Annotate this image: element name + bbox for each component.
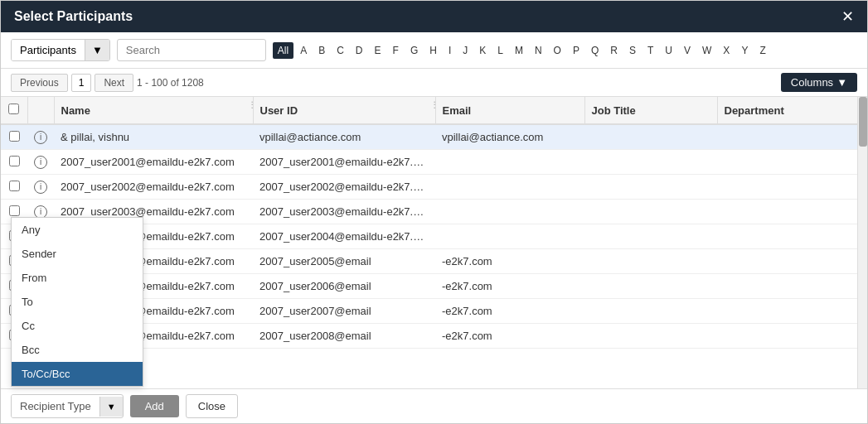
alpha-btn-h[interactable]: H	[424, 42, 442, 59]
row-department	[717, 324, 867, 349]
alpha-btn-all[interactable]: All	[273, 42, 293, 59]
row-checkbox-cell[interactable]	[1, 175, 27, 200]
alpha-btn-p[interactable]: P	[568, 42, 584, 59]
dropdown-option-from[interactable]: From	[12, 266, 143, 290]
alpha-btn-k[interactable]: K	[474, 42, 491, 59]
alpha-btn-l[interactable]: L	[492, 42, 508, 59]
toolbar: Participants ▼ AllABCDEFGHIJKLMNOPQRSTUV…	[1, 32, 867, 69]
select-all-checkbox[interactable]	[8, 104, 19, 114]
info-icon[interactable]: i	[34, 181, 47, 194]
alpha-btn-d[interactable]: D	[351, 42, 368, 59]
row-checkbox[interactable]	[9, 181, 20, 191]
previous-button[interactable]: Previous	[11, 74, 68, 92]
dropdown-option-to-cc-bcc[interactable]: To/Cc/Bcc	[12, 362, 143, 386]
table-row: i 2007_user2001@emaildu-e2k7.com 2007_us…	[1, 150, 867, 175]
row-info-cell: i	[27, 175, 54, 200]
modal-title: Select Participants	[14, 9, 133, 24]
row-email: vpillai@actiance.com	[435, 124, 584, 150]
alpha-btn-i[interactable]: I	[444, 42, 456, 59]
alpha-btn-u[interactable]: U	[660, 42, 677, 59]
row-jobtitle	[584, 274, 717, 299]
pagination-bar: Previous 1 Next 1 - 100 of 1208 Columns …	[1, 69, 867, 97]
alpha-btn-v[interactable]: V	[679, 42, 696, 59]
row-info-cell: i	[27, 150, 54, 175]
alpha-btn-y[interactable]: Y	[736, 42, 753, 59]
row-checkbox-cell[interactable]	[1, 150, 27, 175]
row-userid: 2007_user2008@email	[253, 324, 435, 349]
alpha-btn-j[interactable]: J	[458, 42, 473, 59]
alpha-btn-r[interactable]: R	[605, 42, 623, 59]
row-checkbox[interactable]	[9, 156, 20, 166]
next-button[interactable]: Next	[95, 74, 133, 92]
alpha-btn-o[interactable]: O	[549, 42, 566, 59]
row-department	[717, 175, 867, 200]
alpha-btn-w[interactable]: W	[697, 42, 716, 59]
row-jobtitle	[584, 299, 717, 324]
row-email	[435, 175, 584, 200]
row-userid: vpillai@actiance.com	[253, 124, 435, 150]
info-icon[interactable]: i	[34, 156, 47, 169]
row-department	[717, 299, 867, 324]
alpha-btn-x[interactable]: X	[718, 42, 735, 59]
dropdown-option-to[interactable]: To	[12, 290, 143, 314]
alpha-btn-n[interactable]: N	[530, 42, 547, 59]
row-checkbox-cell[interactable]	[1, 124, 27, 150]
alpha-btn-f[interactable]: F	[388, 42, 404, 59]
dropdown-option-sender[interactable]: Sender	[12, 242, 143, 266]
alpha-btn-m[interactable]: M	[510, 42, 528, 59]
modal-close-button[interactable]: ✕	[841, 9, 854, 24]
dropdown-option-any[interactable]: Any	[12, 218, 143, 242]
scrollbar[interactable]	[857, 97, 867, 388]
recipient-type-dropdown[interactable]: Recipient Type ▼	[11, 394, 124, 418]
alpha-btn-b[interactable]: B	[313, 42, 330, 59]
row-jobtitle	[584, 324, 717, 349]
participants-dropdown[interactable]: Participants ▼	[11, 39, 110, 61]
alpha-btn-z[interactable]: Z	[754, 42, 770, 59]
row-jobtitle	[584, 200, 717, 224]
alpha-btn-g[interactable]: G	[405, 42, 423, 59]
row-userid: 2007_user2001@emaildu-e2k7.com	[253, 150, 435, 175]
jobtitle-header[interactable]: Job Title	[584, 97, 717, 124]
modal-header: Select Participants ✕	[1, 1, 867, 32]
row-jobtitle	[584, 124, 717, 150]
alpha-btn-q[interactable]: Q	[586, 42, 604, 59]
row-checkbox[interactable]	[9, 205, 20, 216]
row-userid: 2007_user2003@emaildu-e2k7.com	[253, 200, 435, 224]
table-row: i & pillai, vishnu vpillai@actiance.com …	[1, 124, 867, 150]
info-header	[27, 97, 54, 124]
row-email: -e2k7.com	[435, 299, 584, 324]
userid-col-resize[interactable]: ⋮	[430, 100, 435, 120]
name-header[interactable]: Name ⋮	[54, 97, 253, 124]
department-header[interactable]: Department	[717, 97, 867, 124]
select-all-header[interactable]	[1, 97, 27, 124]
dropdown-option-cc[interactable]: Cc	[12, 314, 143, 338]
row-userid: 2007_user2002@emaildu-e2k7.com	[253, 175, 435, 200]
close-button[interactable]: Close	[186, 394, 238, 418]
row-userid: 2007_user2005@email	[253, 249, 435, 274]
alpha-btn-a[interactable]: A	[295, 42, 312, 59]
row-email	[435, 200, 584, 224]
recipient-type-arrow[interactable]: ▼	[99, 397, 123, 417]
participants-dropdown-arrow[interactable]: ▼	[85, 40, 109, 60]
row-email: -e2k7.com	[435, 249, 584, 274]
table-header-row: Name ⋮ User ID ⋮ Email Job Title Departm…	[1, 97, 867, 124]
userid-header[interactable]: User ID ⋮	[253, 97, 435, 124]
row-checkbox[interactable]	[9, 131, 20, 142]
row-userid: 2007_user2007@email	[253, 299, 435, 324]
pagination-left: Previous 1 Next 1 - 100 of 1208	[11, 74, 204, 92]
alpha-btn-e[interactable]: E	[370, 42, 386, 59]
columns-label: Columns	[791, 76, 833, 89]
dropdown-popup: AnySenderFromToCcBccTo/Cc/Bcc	[11, 217, 143, 387]
add-button[interactable]: Add	[130, 395, 179, 417]
alpha-btn-c[interactable]: C	[332, 42, 349, 59]
alpha-btn-t[interactable]: T	[643, 42, 658, 59]
info-icon[interactable]: i	[34, 131, 47, 144]
table-row: i 2007_user2002@emaildu-e2k7.com 2007_us…	[1, 175, 867, 200]
scrollbar-thumb[interactable]	[859, 97, 867, 147]
dropdown-option-bcc[interactable]: Bcc	[12, 338, 143, 362]
alpha-btn-s[interactable]: S	[624, 42, 641, 59]
email-header[interactable]: Email	[435, 97, 584, 124]
name-col-resize[interactable]: ⋮	[248, 100, 253, 120]
columns-button[interactable]: Columns ▼	[781, 73, 857, 92]
search-input[interactable]	[117, 39, 266, 61]
